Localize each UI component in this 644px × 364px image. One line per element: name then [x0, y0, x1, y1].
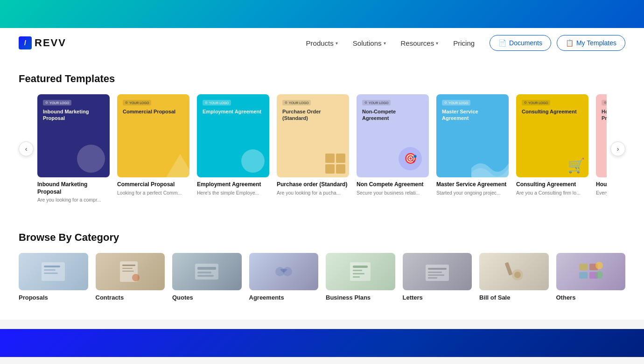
template-thumbnail: YOUR LOGO Master Service Agreement — [436, 94, 509, 177]
svg-rect-3 — [44, 273, 58, 274]
business-plans-image — [326, 253, 395, 290]
template-thumbnail: YOUR LOGO Employment Agreement — [197, 94, 269, 177]
category-proposals[interactable]: Proposals — [19, 253, 88, 301]
agreements-image — [249, 253, 319, 290]
your-logo-badge: YOUR LOGO — [123, 100, 151, 105]
template-icon: 📋 — [566, 39, 574, 47]
bill-of-sale-image — [479, 253, 549, 290]
svg-point-32 — [595, 262, 603, 269]
svg-rect-28 — [579, 264, 588, 270]
svg-rect-2 — [44, 269, 56, 271]
my-templates-button[interactable]: 📋 My Templates — [557, 35, 625, 51]
nav-pricing[interactable]: Pricing — [453, 39, 475, 47]
category-others[interactable]: Others — [556, 253, 626, 301]
svg-point-8 — [132, 274, 140, 281]
svg-rect-10 — [197, 267, 216, 270]
browse-title: Browse By Category — [19, 231, 625, 244]
template-thumbnail: YOUR LOGO House Cleaning Proposal 🧹 — [596, 94, 607, 177]
category-bill-of-sale[interactable]: Bill of Sale — [479, 253, 549, 301]
document-icon: 📄 — [498, 39, 506, 47]
template-thumbnail: YOUR LOGO Inbound Marketing Proposal — [37, 94, 110, 177]
main-content: Featured Templates ‹ YOUR LOGO Inbound M… — [0, 58, 644, 218]
template-card[interactable]: YOUR LOGO Inbound Marketing Proposal Inb… — [37, 94, 110, 203]
category-agreements[interactable]: Agreements — [249, 253, 319, 301]
chevron-down-icon: ▾ — [336, 41, 338, 46]
nav-links: Products ▾ Solutions ▾ Resources ▾ Prici… — [306, 35, 625, 51]
template-card[interactable]: YOUR LOGO Master Service Agreement Maste… — [436, 94, 509, 203]
svg-point-33 — [595, 271, 603, 279]
svg-rect-25 — [505, 262, 513, 275]
template-card[interactable]: YOUR LOGO Non-Compete Agreement 🎯 Non Co… — [357, 94, 429, 203]
your-logo-badge: YOUR LOGO — [602, 100, 607, 105]
svg-rect-24 — [428, 277, 437, 279]
quotes-image — [172, 253, 242, 290]
your-logo-badge: YOUR LOGO — [442, 100, 470, 105]
templates-row: YOUR LOGO Inbound Marketing Proposal Inb… — [37, 94, 607, 203]
category-thumbnail — [403, 253, 472, 290]
logo[interactable]: / REVV — [19, 36, 66, 49]
svg-rect-15 — [350, 262, 371, 281]
category-letters[interactable]: Letters — [403, 253, 472, 301]
template-card[interactable]: YOUR LOGO Employment Agreement Employmen… — [197, 94, 269, 203]
category-thumbnail — [249, 253, 319, 290]
category-thumbnail — [96, 253, 165, 290]
svg-rect-5 — [122, 265, 135, 266]
nav-resources[interactable]: Resources ▾ — [401, 39, 439, 47]
category-thumbnail — [172, 253, 242, 290]
nav-products[interactable]: Products ▾ — [306, 39, 338, 47]
chevron-down-icon: ▾ — [436, 41, 438, 46]
category-thumbnail — [326, 253, 395, 290]
category-business-plans[interactable]: Business Plans — [326, 253, 395, 301]
svg-rect-12 — [197, 275, 214, 277]
svg-rect-11 — [197, 272, 211, 273]
template-thumbnail: YOUR LOGO Non-Compete Agreement 🎯 — [357, 94, 429, 177]
svg-rect-0 — [42, 262, 65, 281]
featured-carousel: ‹ YOUR LOGO Inbound Marketing Proposal I… — [19, 94, 625, 203]
nav-btn-group: 📄 Documents 📋 My Templates — [490, 35, 625, 51]
nav-solutions[interactable]: Solutions ▾ — [353, 39, 386, 47]
top-banner — [0, 0, 644, 28]
contracts-image — [96, 253, 165, 290]
logo-text: REVV — [35, 37, 66, 49]
svg-rect-22 — [428, 272, 442, 273]
template-thumbnail: YOUR LOGO Purchase Order (Standard) — [277, 94, 349, 177]
carousel-prev-button[interactable]: ‹ — [19, 141, 34, 156]
svg-rect-7 — [122, 271, 134, 272]
logo-icon: / — [19, 36, 32, 49]
template-thumbnail: YOUR LOGO Commercial Proposal — [117, 94, 189, 177]
category-contracts[interactable]: Contracts — [96, 253, 165, 301]
your-logo-badge: YOUR LOGO — [362, 100, 391, 105]
your-logo-badge: YOUR LOGO — [203, 100, 231, 105]
your-logo-badge: YOUR LOGO — [522, 100, 550, 105]
svg-rect-30 — [579, 272, 588, 279]
template-card[interactable]: YOUR LOGO Consulting Agreement 🛒 Consult… — [516, 94, 588, 203]
template-thumbnail: YOUR LOGO Consulting Agreement 🛒 — [516, 94, 588, 177]
your-logo-badge: YOUR LOGO — [282, 100, 311, 105]
category-thumbnail — [479, 253, 549, 290]
svg-rect-16 — [353, 266, 368, 268]
carousel-next-button[interactable]: › — [610, 141, 625, 156]
svg-rect-1 — [44, 266, 60, 267]
svg-point-27 — [514, 272, 521, 278]
featured-title: Featured Templates — [19, 73, 625, 85]
bottom-footer — [0, 329, 644, 357]
browse-section: Browse By Category Proposals — [0, 218, 644, 320]
your-logo-badge: YOUR LOGO — [43, 100, 71, 105]
navbar: / REVV Products ▾ Solutions ▾ Resources … — [0, 28, 644, 58]
chevron-down-icon: ▾ — [384, 41, 386, 46]
svg-rect-6 — [122, 268, 133, 269]
svg-rect-19 — [353, 276, 360, 278]
category-thumbnail — [556, 253, 626, 290]
template-card[interactable]: YOUR LOGO House Cleaning Proposal 🧹 Hous… — [596, 94, 607, 203]
svg-rect-18 — [353, 273, 364, 274]
category-quotes[interactable]: Quotes — [172, 253, 242, 301]
template-card[interactable]: YOUR LOGO Commercial Proposal Commercial… — [117, 94, 189, 203]
svg-rect-17 — [353, 270, 362, 271]
documents-button[interactable]: 📄 Documents — [490, 35, 551, 51]
template-card[interactable]: YOUR LOGO Purchase Order (Standard) Purc… — [277, 94, 349, 203]
proposals-image — [19, 253, 88, 290]
svg-rect-21 — [428, 268, 447, 270]
category-row: Proposals Contracts — [19, 253, 625, 301]
letters-image — [403, 253, 472, 290]
category-thumbnail — [19, 253, 88, 290]
